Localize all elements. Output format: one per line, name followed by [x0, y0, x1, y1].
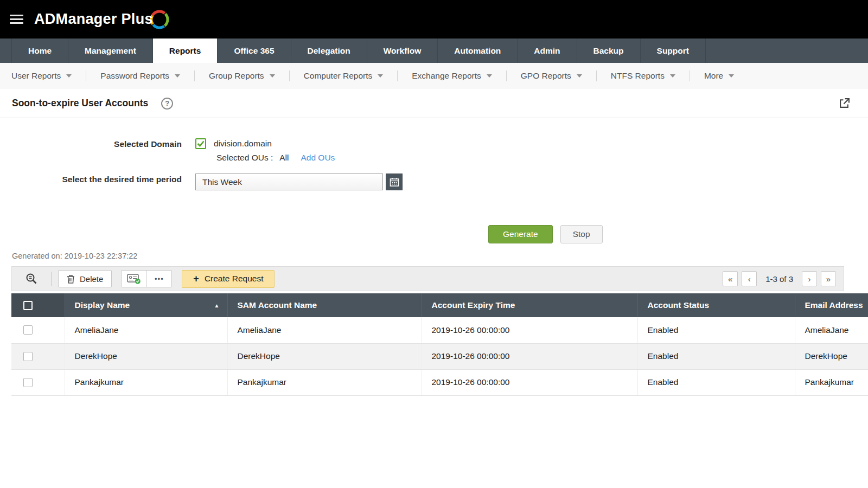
add-ous-link[interactable]: Add OUs: [301, 153, 335, 163]
last-page-button[interactable]: »: [821, 271, 836, 286]
subnav-exchange-reports[interactable]: Exchange Reports: [398, 71, 506, 81]
main-nav: Home Management Reports Office 365 Deleg…: [0, 38, 868, 63]
app-header: ADManager Plus: [0, 0, 868, 38]
sort-ascending-icon[interactable]: ▲: [214, 303, 220, 309]
pagination: « ‹ 1-3 of 3 › »: [723, 271, 836, 286]
time-period-label: Select the desired time period: [0, 174, 182, 190]
subnav-label: More: [704, 71, 723, 81]
cell-account-status: Enabled: [637, 317, 795, 343]
domain-checkbox[interactable]: [195, 138, 206, 149]
subnav-label: Group Reports: [209, 71, 264, 81]
column-header-email-address[interactable]: Email Address: [795, 293, 868, 317]
cell-account-expiry-time: 2019-10-26 00:00:00: [422, 317, 637, 343]
tab-admin[interactable]: Admin: [518, 38, 577, 63]
cell-display-name: DerekHope: [65, 343, 227, 369]
column-header-sam-account-name[interactable]: SAM Account Name: [227, 293, 422, 317]
export-icon[interactable]: [839, 98, 850, 109]
cell-account-status: Enabled: [637, 343, 795, 369]
app-title: ADManager Plus: [34, 11, 153, 28]
subnav-computer-reports[interactable]: Computer Reports: [290, 71, 398, 81]
subnav-gpo-reports[interactable]: GPO Reports: [507, 71, 596, 81]
search-columns-icon[interactable]: [25, 272, 39, 285]
previous-page-button[interactable]: ‹: [742, 271, 757, 286]
checkmark-icon: [197, 140, 205, 147]
create-request-button[interactable]: + Create Request: [182, 270, 275, 288]
select-all-checkbox[interactable]: [23, 301, 33, 310]
table-row: DerekHope DerekHope 2019-10-26 00:00:00 …: [11, 343, 868, 369]
row-checkbox[interactable]: [23, 352, 33, 361]
calendar-icon: [390, 177, 399, 187]
cell-sam-account-name: AmeliaJane: [227, 317, 422, 343]
stop-button[interactable]: Stop: [560, 225, 603, 243]
table-header-row: Display Name ▲ SAM Account Name Account …: [11, 293, 868, 317]
cell-display-name: Pankajkumar: [65, 369, 227, 395]
delete-label: Delete: [80, 274, 103, 284]
chevron-down-icon: [729, 74, 734, 78]
tab-home[interactable]: Home: [11, 38, 68, 63]
column-header-account-expiry-time[interactable]: Account Expiry Time: [422, 293, 637, 317]
create-request-label: Create Request: [205, 274, 264, 284]
chevron-down-icon: [487, 74, 492, 78]
trash-icon: [67, 274, 75, 284]
select-all-header: [11, 293, 65, 317]
tab-backup[interactable]: Backup: [577, 38, 641, 63]
subnav-password-reports[interactable]: Password Reports: [86, 71, 194, 81]
time-period-input[interactable]: [195, 174, 383, 190]
results-table: Display Name ▲ SAM Account Name Account …: [11, 293, 868, 396]
selected-ous-label: Selected OUs :: [216, 153, 273, 163]
column-header-display-name[interactable]: Display Name ▲: [65, 293, 227, 317]
subnav-ntfs-reports[interactable]: NTFS Reports: [597, 71, 690, 81]
cell-sam-account-name: DerekHope: [227, 343, 422, 369]
subnav-user-reports[interactable]: User Reports: [11, 71, 86, 81]
page-title: Soon-to-expire User Accounts: [12, 98, 148, 109]
account-card-icon: [127, 273, 141, 285]
app-logo: ADManager Plus: [34, 7, 170, 33]
tab-office-365[interactable]: Office 365: [218, 38, 291, 63]
divider: [51, 272, 52, 286]
column-header-account-status[interactable]: Account Status: [637, 293, 795, 317]
account-actions-group: •••: [121, 270, 172, 287]
page-title-bar: Soon-to-expire User Accounts ?: [0, 89, 868, 118]
tab-management[interactable]: Management: [68, 38, 153, 63]
first-page-button[interactable]: «: [723, 271, 738, 286]
calendar-button[interactable]: [386, 174, 403, 190]
pagination-range: 1-3 of 3: [765, 274, 793, 284]
row-checkbox[interactable]: [23, 325, 33, 335]
reports-subnav: User Reports Password Reports Group Repo…: [0, 63, 868, 89]
tab-reports[interactable]: Reports: [153, 38, 218, 63]
selected-ous-value: All: [279, 153, 289, 163]
cell-display-name: AmeliaJane: [65, 317, 227, 343]
cell-email-address: AmeliaJane: [795, 317, 868, 343]
manage-account-button[interactable]: [122, 271, 146, 287]
chevron-down-icon: [66, 74, 72, 78]
next-page-button[interactable]: ›: [802, 271, 817, 286]
cell-account-expiry-time: 2019-10-26 00:00:00: [422, 343, 637, 369]
chevron-down-icon: [378, 74, 383, 78]
cell-email-address: DerekHope: [795, 343, 868, 369]
cell-account-status: Enabled: [637, 369, 795, 395]
tab-delegation[interactable]: Delegation: [291, 38, 367, 63]
generate-button[interactable]: Generate: [488, 225, 553, 243]
cell-sam-account-name: Pankajkumar: [227, 369, 422, 395]
hamburger-menu-icon[interactable]: [10, 15, 23, 24]
subnav-label: Password Reports: [100, 71, 169, 81]
subnav-label: User Reports: [11, 71, 61, 81]
tab-automation[interactable]: Automation: [438, 38, 518, 63]
subnav-label: GPO Reports: [521, 71, 571, 81]
cell-account-expiry-time: 2019-10-26 00:00:00: [422, 369, 637, 395]
more-actions-button[interactable]: •••: [146, 271, 171, 287]
subnav-more[interactable]: More: [690, 71, 748, 81]
subnav-label: Exchange Reports: [412, 71, 481, 81]
chevron-down-icon: [670, 74, 675, 78]
cell-email-address: Pankajkumar: [795, 369, 868, 395]
selected-domain-label: Selected Domain: [0, 138, 182, 149]
results-toolbar: Delete ••• + Create Request « ‹ 1-3 of 3…: [11, 266, 844, 291]
chevron-down-icon: [175, 74, 180, 78]
subnav-label: Computer Reports: [304, 71, 373, 81]
tab-support[interactable]: Support: [641, 38, 706, 63]
tab-workflow[interactable]: Workflow: [367, 38, 438, 63]
delete-button[interactable]: Delete: [58, 270, 112, 287]
help-icon[interactable]: ?: [161, 98, 173, 110]
row-checkbox[interactable]: [23, 378, 33, 387]
subnav-group-reports[interactable]: Group Reports: [195, 71, 289, 81]
